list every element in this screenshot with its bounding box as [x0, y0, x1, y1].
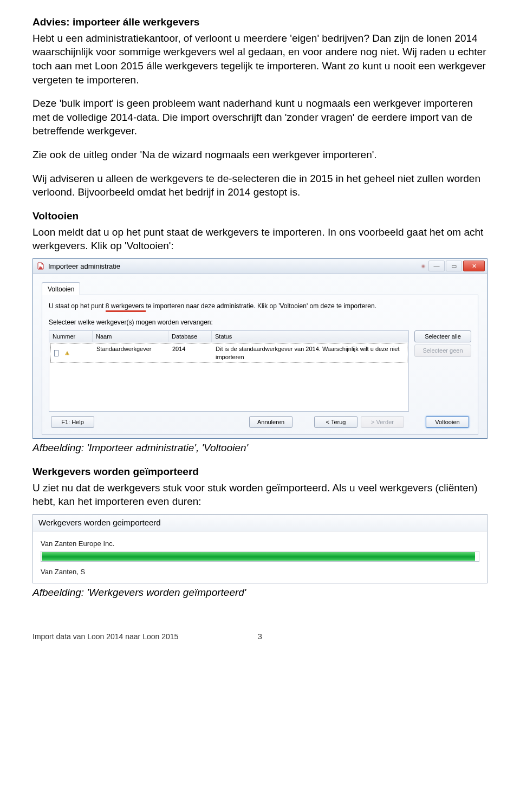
cell-name: Standaardwerkgever	[93, 344, 169, 362]
cell-db: 2014	[169, 344, 212, 362]
minimize-button[interactable]: —	[428, 261, 445, 271]
col-status[interactable]: Status	[212, 331, 408, 342]
list-header: Nummer Naam Database Status	[49, 331, 408, 343]
heading-importing: Werkgevers worden geïmporteerd	[32, 465, 487, 479]
para-6: U ziet nu dat de werkgevers stuk voor st…	[32, 481, 487, 509]
back-button[interactable]: < Terug	[314, 416, 358, 428]
employer-list[interactable]: Nummer Naam Database Status Standaardwer…	[49, 330, 409, 412]
blurred-bg: ●	[421, 262, 425, 270]
page-footer: Import data van Loon 2014 naar Loon 2015…	[0, 621, 520, 657]
svg-rect-1	[67, 354, 68, 355]
heading-voltooien: Voltooien	[32, 209, 487, 223]
progress-label-1: Van Zanten Europe Inc.	[41, 539, 479, 549]
wizard-panel: U staat op het punt 8 werkgevers te impo…	[42, 295, 478, 435]
table-row[interactable]: Standaardwerkgever 2014 Dit is de standa…	[50, 343, 407, 363]
progress-dialog: Werkgevers worden geimporteerd Van Zante…	[32, 514, 487, 583]
dialog-title: Importeer administratie	[48, 262, 418, 271]
footer-doc-title: Import data van Loon 2014 naar Loon 2015	[32, 632, 247, 641]
cancel-button[interactable]: Annuleren	[249, 416, 292, 428]
progress-bar	[41, 551, 479, 562]
instr-highlight: 8 werkgevers	[106, 302, 146, 312]
heading-advies: Advies: importeer álle werkgevers	[32, 15, 487, 29]
para-5: Loon meldt dat u op het punt staat de we…	[32, 225, 487, 253]
caption-2: Afbeelding: 'Werkgevers worden geïmporte…	[32, 586, 487, 600]
para-4: Wij adviseren u alleen de werkgevers te …	[32, 172, 487, 199]
cell-status: Dit is de standaardwerkgever van 2014. W…	[212, 344, 407, 362]
finish-button[interactable]: Voltooien	[426, 416, 469, 428]
import-dialog: Importeer administratie ● — ▭ ✕ Voltooie…	[32, 258, 487, 439]
para-2: Deze 'bulk import' is geen probleem want…	[32, 96, 487, 138]
close-button[interactable]: ✕	[463, 261, 485, 271]
progress-title: Werkgevers worden geimporteerd	[33, 515, 487, 531]
para-3: Zie ook de uitleg onder 'Na de wizard no…	[32, 148, 487, 162]
warning-icon	[62, 344, 73, 362]
instr-pre: U staat op het punt	[49, 302, 106, 310]
next-button: > Verder	[361, 416, 404, 428]
progress-label-2: Van Zanten, S	[41, 567, 479, 577]
help-button[interactable]: F1: Help	[51, 416, 94, 428]
instruction-line: U staat op het punt 8 werkgevers te impo…	[49, 302, 471, 310]
svg-rect-0	[67, 353, 68, 354]
tab-voltooien[interactable]: Voltooien	[42, 282, 80, 295]
select-none-button: Selecteer geen	[414, 345, 471, 357]
row-checkbox[interactable]	[54, 350, 58, 356]
replace-subheader: Selecteer welke werkgever(s) mogen worde…	[49, 318, 471, 327]
col-database[interactable]: Database	[168, 331, 212, 342]
col-nummer[interactable]: Nummer	[49, 331, 93, 342]
para-1: Hebt u een administratiekantoor, of verl…	[32, 31, 487, 87]
dialog-titlebar: Importeer administratie ● — ▭ ✕	[33, 259, 487, 274]
app-icon	[36, 262, 45, 270]
maximize-button[interactable]: ▭	[446, 261, 462, 271]
caption-1: Afbeelding: 'Importeer administratie', '…	[32, 441, 487, 455]
instr-post: te importeren naar deze administratie. K…	[146, 302, 376, 310]
footer-page-number: 3	[258, 632, 262, 641]
col-naam[interactable]: Naam	[93, 331, 168, 342]
select-all-button[interactable]: Selecteer alle	[414, 330, 471, 343]
